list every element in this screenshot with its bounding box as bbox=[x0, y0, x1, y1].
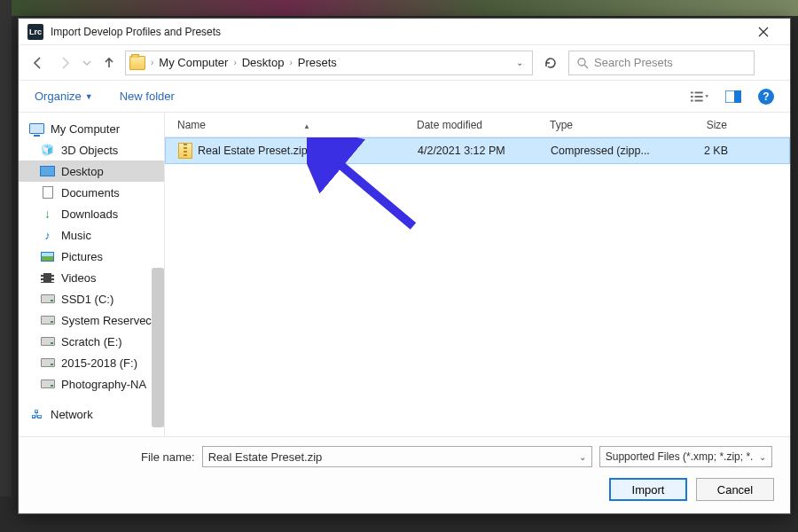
sidebar-item-3d-objects[interactable]: 🧊 3D Objects bbox=[19, 139, 164, 160]
svg-rect-5 bbox=[691, 99, 693, 101]
sidebar-scrollbar[interactable] bbox=[152, 268, 164, 427]
sidebar-item-network[interactable]: 🖧 Network bbox=[19, 403, 164, 425]
document-icon bbox=[43, 186, 53, 199]
chevron-down-icon bbox=[82, 59, 91, 67]
search-input[interactable]: Search Presets bbox=[568, 51, 755, 75]
col-name[interactable]: Name bbox=[177, 119, 206, 131]
chevron-right-icon: › bbox=[289, 58, 292, 67]
drive-icon bbox=[41, 358, 55, 367]
svg-rect-2 bbox=[695, 91, 703, 93]
sidebar-item-documents[interactable]: Documents bbox=[19, 182, 164, 203]
breadcrumb-desktop[interactable]: Desktop bbox=[242, 56, 285, 69]
sidebar-item-ssd1[interactable]: SSD1 (C:) bbox=[19, 288, 164, 309]
video-icon bbox=[41, 273, 54, 283]
sidebar-item-music[interactable]: ♪ Music bbox=[19, 224, 164, 246]
col-size[interactable]: Size bbox=[665, 119, 727, 131]
filename-input[interactable]: Real Estate Preset.zip ⌄ bbox=[202, 446, 592, 467]
file-type-filter[interactable]: Supported Files (*.xmp; *.zip; *. ⌄ bbox=[599, 446, 772, 467]
svg-point-0 bbox=[578, 59, 585, 66]
filename-label: File name: bbox=[141, 450, 195, 464]
svg-line-9 bbox=[329, 155, 413, 226]
organize-menu[interactable]: Organize ▼ bbox=[35, 90, 93, 103]
arrow-up-icon bbox=[102, 56, 116, 70]
col-type[interactable]: Type bbox=[550, 119, 665, 131]
desktop-icon bbox=[40, 166, 55, 176]
col-date[interactable]: Date modified bbox=[417, 119, 550, 131]
sidebar-label: Videos bbox=[61, 271, 97, 285]
refresh-icon bbox=[544, 56, 558, 70]
svg-rect-3 bbox=[691, 96, 693, 98]
forward-button[interactable] bbox=[54, 52, 75, 74]
sidebar-item-photography[interactable]: Photography-NA bbox=[19, 373, 164, 395]
sidebar-item-system-reserved[interactable]: System Reservec bbox=[19, 309, 164, 331]
file-row[interactable]: Real Estate Preset.zip 4/2/2021 3:12 PM … bbox=[165, 137, 790, 164]
column-headers[interactable]: Name▲ Date modified Type Size bbox=[165, 113, 790, 137]
sidebar-label: 3D Objects bbox=[61, 144, 118, 157]
view-options-button[interactable] bbox=[691, 90, 708, 104]
zip-file-icon bbox=[178, 143, 192, 159]
picture-icon bbox=[41, 252, 54, 262]
chevron-down-icon[interactable]: ⌄ bbox=[516, 58, 528, 67]
file-name: Real Estate Preset.zip bbox=[198, 145, 308, 157]
up-button[interactable] bbox=[98, 52, 120, 74]
sidebar: My Computer 🧊 3D Objects Desktop Documen… bbox=[19, 113, 165, 436]
cube-icon: 🧊 bbox=[40, 144, 55, 157]
sidebar-label: Documents bbox=[61, 186, 120, 200]
sidebar-label: Music bbox=[61, 229, 91, 242]
sidebar-label: 2015-2018 (F:) bbox=[61, 356, 137, 370]
sidebar-item-my-computer[interactable]: My Computer bbox=[19, 118, 164, 139]
filter-label: Supported Files (*.xmp; *.zip; *. bbox=[606, 450, 754, 463]
sidebar-item-desktop[interactable]: Desktop bbox=[19, 160, 164, 182]
search-placeholder: Search Presets bbox=[594, 56, 673, 69]
chevron-down-icon[interactable]: ⌄ bbox=[759, 452, 766, 462]
sidebar-item-videos[interactable]: Videos bbox=[19, 267, 164, 288]
preview-pane-button[interactable] bbox=[724, 90, 742, 104]
folder-icon bbox=[129, 56, 145, 70]
sidebar-item-scratch[interactable]: Scratch (E:) bbox=[19, 331, 164, 352]
svg-rect-6 bbox=[695, 99, 703, 101]
list-view-icon bbox=[691, 90, 708, 103]
new-folder-label: New folder bbox=[120, 90, 175, 103]
svg-rect-8 bbox=[734, 90, 741, 103]
new-folder-button[interactable]: New folder bbox=[120, 90, 175, 103]
download-icon: ↓ bbox=[40, 207, 55, 221]
filename-value: Real Estate Preset.zip bbox=[208, 450, 323, 464]
app-icon: Lrc bbox=[27, 24, 43, 40]
sidebar-label: SSD1 (C:) bbox=[61, 293, 113, 306]
monitor-icon bbox=[29, 123, 44, 134]
drive-icon bbox=[41, 294, 55, 303]
drive-icon bbox=[41, 379, 55, 388]
breadcrumb-root[interactable]: My Computer bbox=[159, 56, 228, 69]
sidebar-item-pictures[interactable]: Pictures bbox=[19, 246, 164, 267]
import-button[interactable]: Import bbox=[609, 478, 687, 501]
sort-caret-icon: ▲ bbox=[303, 122, 310, 130]
sidebar-label: Photography-NA bbox=[61, 378, 146, 391]
sidebar-label: Scratch (E:) bbox=[61, 335, 122, 348]
close-icon bbox=[758, 27, 769, 37]
back-button[interactable] bbox=[27, 52, 49, 74]
sidebar-label: Pictures bbox=[61, 250, 103, 263]
chevron-right-icon: › bbox=[233, 58, 236, 67]
breadcrumb-presets[interactable]: Presets bbox=[298, 56, 337, 69]
import-dialog: Lrc Import Develop Profiles and Presets … bbox=[18, 18, 791, 514]
breadcrumb[interactable]: › My Computer › Desktop › Presets ⌄ bbox=[125, 51, 533, 75]
refresh-button[interactable] bbox=[538, 51, 563, 75]
file-type: Compressed (zipp... bbox=[551, 145, 666, 157]
help-button[interactable]: ? bbox=[758, 89, 774, 105]
sidebar-item-2015-2018[interactable]: 2015-2018 (F:) bbox=[19, 352, 164, 373]
cancel-button[interactable]: Cancel bbox=[696, 478, 774, 501]
file-list-pane: Name▲ Date modified Type Size Real Estat… bbox=[165, 113, 790, 436]
window-title: Import Develop Profiles and Presets bbox=[51, 26, 746, 38]
caret-down-icon: ▼ bbox=[85, 92, 93, 101]
chevron-right-icon: › bbox=[151, 58, 153, 67]
pane-icon bbox=[725, 90, 741, 103]
sidebar-label: Network bbox=[51, 408, 93, 421]
recent-dropdown[interactable] bbox=[81, 52, 93, 74]
toolbar: Organize ▼ New folder ? bbox=[19, 81, 790, 113]
close-button[interactable] bbox=[746, 20, 781, 44]
chevron-down-icon[interactable]: ⌄ bbox=[579, 452, 586, 462]
drive-icon bbox=[41, 337, 55, 346]
sidebar-item-downloads[interactable]: ↓ Downloads bbox=[19, 203, 164, 224]
sidebar-label: Downloads bbox=[61, 207, 118, 221]
svg-rect-4 bbox=[695, 96, 703, 98]
